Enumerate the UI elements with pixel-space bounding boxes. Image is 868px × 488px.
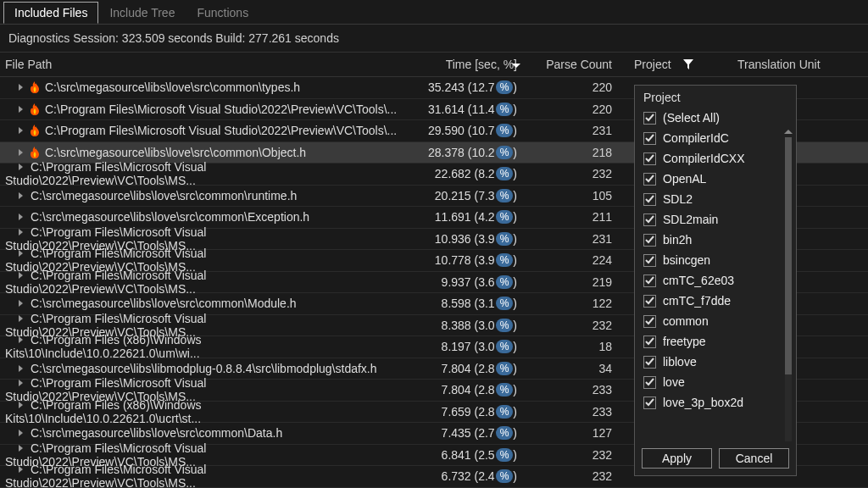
filter-option-label: bin2h [663,233,692,247]
checkbox-checked-icon[interactable] [643,254,656,267]
checkbox-checked-icon[interactable] [643,234,656,247]
parse-count-cell: 211 [526,210,627,224]
filter-option[interactable]: SDL2 [635,189,796,209]
expand-icon[interactable] [19,84,23,91]
file-path-text: C:\Program Files\Microsoft Visual Studio… [5,160,206,187]
expand-icon[interactable] [19,229,23,236]
checkbox-checked-icon[interactable] [643,193,656,206]
time-cell: 7.435 (2.7%) [398,426,526,440]
filter-option[interactable]: CompilerIdC [635,128,796,148]
scrollbar[interactable] [782,130,794,441]
expand-icon[interactable] [19,445,23,452]
time-cell: 22.682 (8.2%) [398,167,526,180]
time-cell: 8.197 (3.0%) [398,340,526,353]
apply-button[interactable]: Apply [642,448,712,469]
expand-icon[interactable] [19,192,23,199]
grid-header: File Path Time [sec, %] Parse Count Proj… [0,52,868,77]
filter-option-label: freetype [663,335,706,348]
column-header-project[interactable]: Project [627,58,729,71]
filter-option[interactable]: freetype [635,331,796,352]
checkbox-checked-icon[interactable] [643,112,656,125]
time-cell: 8.598 (3.1%) [398,297,526,310]
checkbox-checked-icon[interactable] [643,295,656,308]
filter-option-label: OpenAL [663,172,706,186]
expand-icon[interactable] [19,315,23,322]
expand-icon[interactable] [19,250,23,257]
dropdown-list: (Select All)CompilerIdCCompilerIdCXXOpen… [635,108,796,441]
checkbox-checked-icon[interactable] [643,214,656,226]
checkbox-checked-icon[interactable] [643,274,656,287]
column-header-file-path[interactable]: File Path [0,58,398,71]
time-cell: 10.936 (3.9%) [398,232,526,246]
scrollbar-track[interactable] [785,137,792,441]
file-path-text: C:\src\megasource\libs\love\src\common\O… [45,146,306,159]
expand-icon[interactable] [19,466,23,473]
tab-included-files[interactable]: Included Files [3,2,98,24]
checkbox-checked-icon[interactable] [643,152,656,165]
filter-option-label: love_3p_box2d [663,396,743,409]
filter-option[interactable]: cmTC_62e03 [635,270,796,291]
filter-option[interactable]: CompilerIdCXX [635,148,796,169]
checkbox-checked-icon[interactable] [643,132,656,145]
expand-icon[interactable] [19,365,23,372]
time-cell: 20.215 (7.3%) [398,189,526,202]
tab-functions[interactable]: Functions [186,2,259,24]
fire-icon [28,124,42,137]
time-cell: 7.804 (2.8%) [398,383,526,396]
parse-count-cell: 218 [526,146,627,159]
filter-option-label: SDL2 [663,192,693,206]
time-cell: 7.804 (2.8%) [398,362,526,375]
parse-count-cell: 231 [526,232,627,246]
tab-include-tree[interactable]: Include Tree [98,2,186,24]
filter-option[interactable]: OpenAL [635,169,796,189]
filter-option[interactable]: cmTC_f7dde [635,291,796,311]
column-header-translation-unit[interactable]: Translation Unit [729,58,868,71]
parse-count-cell: 232 [526,319,627,332]
filter-option[interactable]: liblove [635,352,796,372]
sort-descending-icon [512,64,520,68]
time-cell: 9.937 (3.6%) [398,275,526,289]
expand-icon[interactable] [19,336,23,343]
checkbox-checked-icon[interactable] [643,315,656,328]
filter-option-label: liblove [663,355,697,369]
filter-option[interactable]: (Select All) [635,108,796,128]
checkbox-checked-icon[interactable] [643,396,656,409]
filter-option[interactable]: bsincgen [635,250,796,270]
file-path-text: C:\src\megasource\libs\love\src\common\r… [31,189,297,202]
expand-icon[interactable] [19,149,23,156]
checkbox-checked-icon[interactable] [643,356,656,369]
time-cell: 35.243 (12.7%) [398,80,526,94]
parse-count-cell: 232 [526,167,627,180]
expand-icon[interactable] [19,430,23,436]
column-header-parse-count[interactable]: Parse Count [526,58,627,71]
checkbox-checked-icon[interactable] [643,376,656,389]
expand-icon[interactable] [19,106,23,113]
expand-icon[interactable] [19,380,23,386]
column-header-time[interactable]: Time [sec, %] [398,58,526,71]
filter-option[interactable]: SDL2main [635,209,796,230]
filter-icon[interactable] [682,58,694,71]
filter-option[interactable]: love [635,372,796,392]
filter-option[interactable]: bin2h [635,230,796,250]
checkbox-checked-icon[interactable] [643,336,656,348]
expand-icon[interactable] [19,127,23,134]
filter-option-label: (Select All) [663,111,720,125]
filter-option[interactable]: love_3p_box2d [635,392,796,413]
cancel-button[interactable]: Cancel [719,448,789,469]
expand-icon[interactable] [19,402,23,408]
parse-count-cell: 18 [526,340,627,353]
time-cell: 8.388 (3.0%) [398,319,526,332]
expand-icon[interactable] [19,164,23,170]
filter-option[interactable]: common [635,311,796,331]
parse-count-cell: 127 [526,426,627,440]
scroll-up-icon[interactable] [784,130,793,134]
time-cell: 11.691 (4.2%) [398,210,526,224]
expand-icon[interactable] [19,214,23,220]
checkbox-checked-icon[interactable] [643,173,656,186]
time-cell: 7.659 (2.8%) [398,405,526,419]
project-filter-dropdown: Project (Select All)CompilerIdCCompilerI… [634,85,797,476]
expand-icon[interactable] [19,300,23,307]
fire-icon [28,103,42,116]
scrollbar-thumb[interactable] [785,137,792,374]
expand-icon[interactable] [19,272,23,279]
